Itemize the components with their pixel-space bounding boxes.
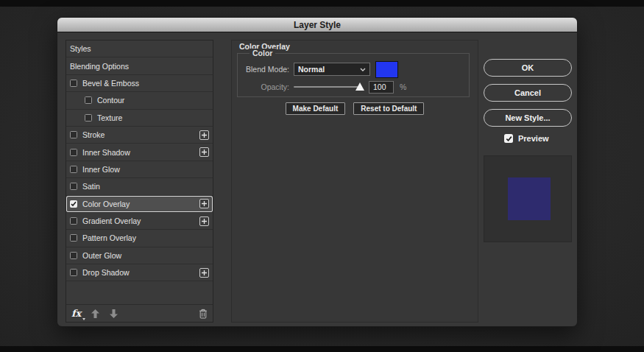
fx-caret-icon (82, 318, 85, 320)
sidebar-item-inner-glow[interactable]: Inner Glow (66, 161, 213, 178)
top-letterbox-bar (0, 0, 644, 7)
checkmark-icon (506, 135, 512, 142)
color-group: Color Blend Mode: Normal Opacity: (237, 53, 470, 97)
style-checkbox[interactable] (85, 96, 92, 104)
style-item-label: Inner Glow (82, 165, 209, 174)
opacity-input[interactable]: 100 (369, 81, 394, 94)
preview-thumbnail-panel (484, 155, 572, 242)
preview-label: Preview (518, 134, 549, 143)
opacity-slider[interactable] (294, 82, 362, 91)
bottom-letterbox-bar (0, 346, 644, 352)
ok-button[interactable]: OK (484, 59, 572, 77)
chevron-down-icon (360, 68, 366, 71)
checkmark-icon (71, 201, 77, 207)
style-item-label: Stroke (82, 130, 199, 139)
styles-list-toolbar: fx (66, 304, 213, 322)
sidebar-item-satin[interactable]: Satin (66, 178, 213, 195)
style-item-label: Inner Shadow (82, 148, 199, 157)
style-checkbox[interactable] (70, 200, 77, 208)
plus-icon[interactable] (199, 130, 209, 140)
preview-option: Preview (504, 134, 549, 143)
blend-mode-label: Blend Mode: (238, 65, 289, 74)
preview-checkbox[interactable] (504, 134, 513, 143)
sidebar-item-contour[interactable]: Contour (66, 92, 213, 109)
style-checkbox[interactable] (70, 269, 77, 276)
sidebar-item-blending-options[interactable]: Blending Options (66, 57, 213, 74)
style-checkbox[interactable] (70, 234, 77, 242)
style-item-label: Texture (97, 113, 209, 122)
overlay-color-swatch[interactable] (375, 61, 398, 78)
blend-mode-select[interactable]: Normal (294, 63, 370, 76)
style-item-label: Bevel & Emboss (82, 79, 209, 88)
sidebar-item-styles[interactable]: Styles (66, 41, 213, 57)
plus-icon[interactable] (199, 147, 209, 157)
style-item-label: Blending Options (70, 62, 209, 71)
sidebar-item-pattern-overlay[interactable]: Pattern Overlay (66, 230, 213, 247)
layer-style-dialog: Layer Style Styles Blending Options Beve… (57, 17, 578, 327)
default-buttons-row: Make Default Reset to Default (232, 102, 478, 115)
sidebar-item-gradient-overlay[interactable]: Gradient Overlay (66, 213, 213, 230)
sidebar-item-bevel-emboss[interactable]: Bevel & Emboss (66, 75, 213, 92)
sidebar-item-inner-shadow[interactable]: Inner Shadow (66, 144, 213, 161)
style-item-label: Styles (70, 44, 209, 53)
style-checkbox[interactable] (70, 252, 77, 259)
sidebar-item-texture[interactable]: Texture (66, 110, 213, 127)
style-checkbox[interactable] (70, 131, 77, 138)
plus-icon[interactable] (199, 268, 209, 278)
opacity-unit: % (400, 82, 406, 91)
style-checkbox[interactable] (70, 183, 77, 190)
plus-icon[interactable] (199, 217, 209, 226)
opacity-slider-thumb[interactable] (355, 82, 364, 91)
plus-icon[interactable] (199, 199, 209, 208)
new-style-button[interactable]: New Style... (484, 109, 572, 127)
preview-layer-swatch (508, 177, 551, 220)
style-checkbox[interactable] (70, 217, 77, 225)
arrow-up-icon[interactable] (91, 309, 99, 318)
styles-list-panel: Styles Blending Options Bevel & Emboss C… (66, 40, 213, 323)
reset-to-default-button[interactable]: Reset to Default (353, 102, 424, 115)
blend-mode-value: Normal (298, 65, 360, 74)
style-item-label: Satin (82, 182, 209, 191)
dialog-titlebar: Layer Style (57, 18, 577, 32)
style-item-label: Pattern Overlay (82, 233, 209, 242)
arrow-down-icon[interactable] (110, 309, 118, 318)
opacity-label: Opacity: (238, 82, 289, 91)
color-overlay-panel: Color Overlay Color Blend Mode: Normal O… (231, 40, 478, 323)
style-checkbox[interactable] (70, 80, 77, 87)
opacity-row: Opacity: 100 % (238, 80, 469, 94)
actions-column: OK Cancel New Style... Preview (484, 40, 572, 323)
opacity-slider-track[interactable] (294, 86, 362, 88)
make-default-button[interactable]: Make Default (286, 102, 346, 115)
style-item-label: Gradient Overlay (82, 217, 199, 225)
sidebar-item-drop-shadow[interactable]: Drop Shadow (66, 264, 213, 281)
style-checkbox[interactable] (70, 149, 77, 156)
style-item-label: Contour (97, 96, 209, 105)
blend-mode-row: Blend Mode: Normal (238, 60, 469, 78)
cancel-button[interactable]: Cancel (484, 84, 572, 102)
color-group-label: Color (250, 49, 275, 57)
dialog-title: Layer Style (294, 20, 341, 30)
fx-menu-icon[interactable]: fx (71, 309, 81, 318)
style-checkbox[interactable] (85, 114, 92, 122)
style-item-label: Outer Glow (82, 251, 209, 260)
sidebar-item-stroke[interactable]: Stroke (66, 127, 213, 144)
style-list: Styles Blending Options Bevel & Emboss C… (66, 41, 213, 304)
screen: Layer Style Styles Blending Options Beve… (0, 0, 644, 352)
sidebar-item-color-overlay[interactable]: Color Overlay (66, 196, 213, 213)
style-item-label: Drop Shadow (82, 268, 199, 277)
trash-icon[interactable] (199, 309, 208, 319)
sidebar-item-outer-glow[interactable]: Outer Glow (66, 247, 213, 264)
style-item-label: Color Overlay (82, 200, 199, 208)
style-checkbox[interactable] (70, 166, 77, 173)
